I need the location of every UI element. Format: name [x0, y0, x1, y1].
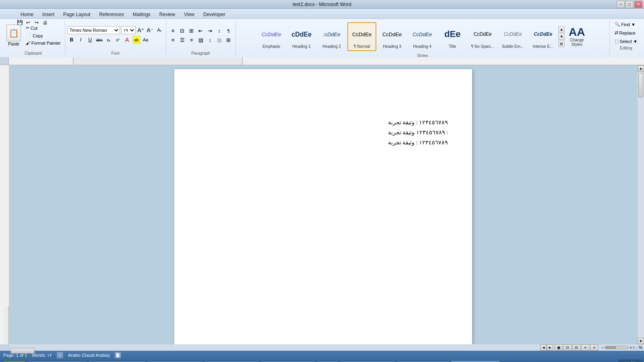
aa-button[interactable]: Aa	[142, 36, 150, 44]
change-styles-label: Change Styles	[568, 38, 586, 47]
copy-label: Copy	[33, 33, 43, 38]
justify-button[interactable]: ▤	[196, 36, 205, 45]
zoom-in-btn[interactable]: +	[630, 346, 632, 350]
scroll-track[interactable]	[638, 72, 644, 338]
close-button[interactable]: ✕	[634, 1, 642, 8]
copy-button[interactable]: 📄 Copy	[24, 32, 62, 39]
qat-undo[interactable]: ↩	[25, 19, 32, 26]
style-emphasis[interactable]: CcDdEe Emphasis	[257, 22, 286, 51]
shrink-font-button[interactable]: A⁻	[146, 26, 154, 34]
borders-button[interactable]: ⊞	[224, 36, 233, 45]
superscript-button[interactable]: x²	[114, 36, 122, 44]
font-color-button[interactable]: A	[123, 36, 131, 44]
zoom-out-btn[interactable]: −	[601, 346, 604, 350]
highlight-button[interactable]: ab	[132, 36, 140, 44]
zoom-slider-thumb[interactable]	[605, 346, 616, 349]
clear-format-button[interactable]: Aᵣ	[155, 26, 163, 34]
grow-font-button[interactable]: A⁺	[137, 26, 145, 34]
status-bar: Page: 1 of 1 Words: ١٢ ✓ Arabic (Saudi A…	[0, 351, 644, 360]
strikethrough-button[interactable]: abc	[95, 36, 103, 44]
line-spacing-button[interactable]: ↕	[206, 36, 215, 45]
format-painter-icon: 🖌	[26, 41, 30, 45]
style-normal[interactable]: CcDdEe ¶ Normal	[347, 22, 376, 51]
font-family-select[interactable]: Times New Roman	[68, 26, 120, 34]
style-heading3[interactable]: CcDdEe Heading 3	[378, 22, 407, 51]
document-content[interactable]: ١٢٣٤٥٦٧٨٩ : وثيقة تجربة : ١٢٣٤٥٦٧٨٩ وثيق…	[388, 117, 448, 148]
view-full-screen[interactable]: ⊡	[564, 344, 572, 351]
qat-print[interactable]: 🖨	[41, 19, 49, 26]
increase-indent-button[interactable]: ⇥	[206, 27, 215, 35]
style-title[interactable]: dEe Title	[438, 22, 467, 51]
ribbon-tabs: Home Insert Page Layout References Maili…	[0, 9, 644, 19]
doc-line-1: ١٢٣٤٥٦٧٨٩ : وثيقة تجربة	[388, 117, 448, 128]
decrease-indent-button[interactable]: ⇤	[196, 27, 205, 35]
style-heading1[interactable]: cDdEe Heading 1	[287, 22, 316, 51]
style-nospace[interactable]: CcDdEe ¶ No Spaci...	[468, 22, 497, 51]
style-heading4[interactable]: CcDdEe Heading 4	[408, 22, 437, 51]
styles-up-arrow[interactable]: ▲	[558, 26, 565, 33]
tab-mailings[interactable]: Mailings	[128, 10, 155, 19]
vertical-scrollbar: ▲ ▼	[638, 65, 644, 344]
qat-save[interactable]: 💾	[16, 19, 23, 26]
tab-home[interactable]: Home	[16, 10, 38, 19]
document-scroll-area[interactable]: ١٢٣٤٥٦٧٨٩ : وثيقة تجربة : ١٢٣٤٥٦٧٨٩ وثيق…	[9, 65, 638, 344]
minimize-button[interactable]: ─	[617, 1, 625, 8]
format-painter-button[interactable]: 🖌 Format Painter	[24, 40, 62, 46]
bullets-button[interactable]: ≡	[169, 27, 178, 35]
zoom-level: ١٠٠%	[633, 346, 642, 350]
qat-redo[interactable]: ↪	[33, 19, 40, 26]
scroll-down-button[interactable]: ▼	[638, 338, 644, 344]
style-subtle[interactable]: CcDdEe Subtle Em...	[498, 22, 527, 51]
tab-references[interactable]: References	[95, 10, 128, 19]
editing-buttons: 🔍 Find ▼ ⇄ Replace ⬚ Select ▼	[612, 21, 640, 45]
zoom-slider[interactable]	[605, 346, 629, 349]
style-intense-preview: CcDdEe	[529, 25, 557, 44]
select-icon: ⬚	[615, 39, 619, 44]
tab-view[interactable]: View	[180, 10, 199, 19]
hscroll-left[interactable]: ◄	[540, 344, 547, 351]
underline-button[interactable]: U	[86, 36, 94, 44]
align-center-button[interactable]: ☰	[178, 36, 187, 45]
italic-button[interactable]: I	[77, 36, 85, 44]
tab-insert[interactable]: Insert	[38, 10, 59, 19]
view-web[interactable]: ⊟	[572, 344, 580, 351]
sort-button[interactable]: ↕	[215, 27, 224, 35]
align-left-button[interactable]: ≡	[169, 36, 178, 45]
change-styles-button[interactable]: AA Change Styles	[566, 25, 588, 49]
styles-down-arrow[interactable]: ▼	[558, 33, 565, 40]
tab-review[interactable]: Review	[155, 10, 180, 19]
font-size-select[interactable]: ١٩	[121, 26, 136, 34]
view-print-layout[interactable]: ▣	[555, 344, 563, 351]
bold-button[interactable]: B	[68, 36, 76, 44]
restore-button[interactable]: □	[625, 1, 634, 8]
numbered-list-button[interactable]: ⊟	[178, 27, 187, 35]
style-title-preview: dEe	[438, 25, 466, 44]
style-heading2[interactable]: :cDdEe Heading 2	[317, 22, 346, 51]
select-button[interactable]: ⬚ Select ▼	[612, 37, 640, 45]
doc-line-3: ١٢٣٤٥٦٧٨٩ : وثيقة تجربة	[388, 138, 448, 148]
clock-time: ١١:٥٢	[621, 360, 640, 362]
format-painter-label: Format Painter	[31, 41, 61, 45]
shading-button[interactable]: ▦	[215, 36, 224, 45]
align-right-button[interactable]: ≡	[187, 36, 196, 45]
tab-developer[interactable]: Developer	[199, 10, 230, 19]
hscroll-thumb[interactable]	[10, 348, 35, 354]
view-draft[interactable]: ≡	[590, 344, 598, 351]
hscroll-right[interactable]: ►	[547, 344, 553, 351]
subscript-button[interactable]: x₂	[105, 36, 113, 44]
show-marks-button[interactable]: ¶	[224, 27, 233, 35]
tab-page-layout[interactable]: Page Layout	[59, 10, 95, 19]
style-heading3-preview: CcDdEe	[378, 25, 406, 44]
spell-check-icon[interactable]: ✓	[57, 352, 63, 358]
ruler-area	[0, 57, 644, 65]
view-outline[interactable]: ≡	[581, 344, 589, 351]
multilevel-list-button[interactable]: ⊞	[187, 27, 196, 35]
find-button[interactable]: 🔍 Find ▼	[612, 21, 640, 28]
scroll-up-button[interactable]: ▲	[638, 65, 644, 72]
scroll-thumb[interactable]	[638, 73, 643, 97]
replace-button[interactable]: ⇄ Replace	[612, 29, 640, 37]
styles-expand-arrow[interactable]: ⊞	[558, 41, 565, 47]
language-indicator: Arabic (Saudi Arabia)	[68, 353, 110, 358]
style-intense[interactable]: CcDdEe Intense E...	[528, 22, 557, 51]
document-page[interactable]: ١٢٣٤٥٦٧٨٩ : وثيقة تجربة : ١٢٣٤٥٦٧٨٩ وثيق…	[174, 69, 472, 344]
